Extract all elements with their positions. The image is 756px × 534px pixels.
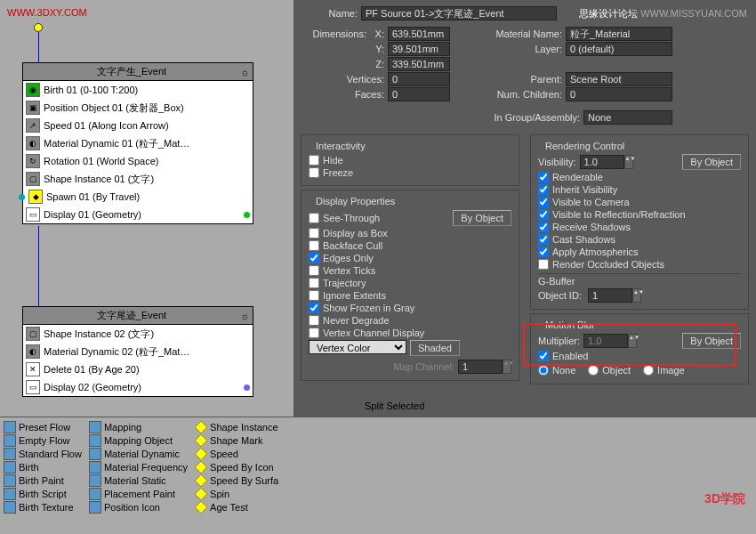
byobject-btn1[interactable]: By Object — [453, 210, 511, 226]
palette-item[interactable]: Material Dynamic — [89, 448, 188, 460]
speed-icon[interactable]: ↗ — [26, 118, 40, 133]
vtick-check[interactable] — [309, 265, 319, 276]
freeze-check[interactable] — [309, 167, 319, 178]
palette-item[interactable]: Position Icon — [89, 501, 188, 514]
display-icon[interactable]: ▭ — [26, 207, 40, 222]
palette-item[interactable]: Age Test — [195, 501, 278, 514]
palette-item[interactable]: Standard Flow — [4, 448, 82, 460]
name-field[interactable] — [361, 6, 557, 20]
dim-y[interactable] — [388, 42, 450, 56]
highlight-box — [523, 323, 736, 366]
palette-item[interactable]: Shape Instance — [195, 421, 278, 433]
layer[interactable] — [566, 42, 672, 56]
dim-z[interactable] — [388, 57, 450, 71]
display-properties-group: Display Properties See-ThroughBy Object … — [301, 190, 519, 381]
palette-item[interactable]: Mapping Object — [89, 434, 188, 447]
lamp-icon: ☼ — [240, 311, 249, 321]
faces[interactable] — [388, 87, 450, 101]
palette-item[interactable]: Empty Flow — [4, 434, 82, 447]
palette-item[interactable]: Shape Mark — [195, 434, 278, 447]
display-icon[interactable]: ▭ — [26, 380, 40, 394]
vis-camera-check[interactable] — [538, 197, 549, 207]
recv-shadow-check[interactable] — [538, 222, 549, 232]
mb-object[interactable] — [588, 365, 599, 376]
ignore-ext-check[interactable] — [309, 290, 319, 301]
palette-item[interactable]: Placement Paint — [89, 488, 188, 500]
birth-icon[interactable]: ◉ — [26, 83, 40, 97]
event-node-1[interactable]: 文字产生_Event☼ ◉Birth 01 (0-100 T:200) ▣Pos… — [22, 62, 253, 224]
node2-title[interactable]: 文字尾迹_Event☼ — [23, 307, 253, 325]
lamp-icon: ☼ — [240, 67, 249, 77]
objectid[interactable] — [588, 288, 632, 303]
hide-check[interactable] — [309, 155, 319, 166]
backface-check[interactable] — [309, 240, 319, 251]
showfrozen-check[interactable] — [309, 303, 319, 313]
parent[interactable] — [566, 72, 672, 86]
cast-shadow-check[interactable] — [538, 234, 549, 245]
palette-item[interactable]: Material Static — [89, 474, 188, 487]
palette-item[interactable]: Speed — [195, 448, 278, 460]
material-name[interactable] — [566, 27, 672, 41]
occluded-check[interactable] — [538, 259, 549, 270]
edges-check[interactable] — [309, 253, 319, 263]
rotation-icon[interactable]: ↻ — [26, 154, 40, 168]
trajectory-check[interactable] — [309, 278, 319, 288]
palette-item[interactable]: Birth Texture — [4, 501, 82, 514]
palette-item[interactable]: Birth Paint — [4, 474, 82, 487]
vis-refl-check[interactable] — [538, 209, 549, 220]
rendering-control-group: Rendering Control Visibility:▲▼By Object… — [530, 134, 749, 310]
split-selected-label: Split Selected — [365, 400, 424, 411]
palette-item[interactable]: Birth Script — [4, 488, 82, 500]
palette-item[interactable]: Preset Flow — [4, 421, 82, 433]
node1-title[interactable]: 文字产生_Event☼ — [23, 63, 253, 81]
palette-item[interactable]: Birth — [4, 461, 82, 473]
watermark-academy: 3D学院 — [704, 491, 745, 507]
group[interactable] — [583, 110, 672, 125]
operators-palette[interactable]: Preset FlowEmpty FlowStandard FlowBirthB… — [0, 417, 756, 534]
delete-icon[interactable]: ✕ — [26, 362, 40, 376]
neverdegrade-check[interactable] — [309, 315, 319, 326]
mb-none[interactable] — [538, 365, 549, 376]
material-icon[interactable]: ◐ — [26, 344, 40, 359]
watermark-url: WWW.3DXY.COM — [7, 7, 87, 18]
shape-icon[interactable]: ▢ — [26, 327, 40, 341]
material-icon[interactable]: ◐ — [26, 136, 40, 150]
num-children[interactable] — [566, 87, 672, 101]
vcd-check[interactable] — [309, 328, 319, 338]
inherit-vis-check[interactable] — [538, 184, 549, 195]
palette-item[interactable]: Speed By Surfa — [195, 474, 278, 487]
renderable-check[interactable] — [538, 172, 549, 182]
watermark-forum: 思缘设计论坛 WWW.MISSYUAN.COM — [579, 7, 747, 20]
visibility[interactable] — [580, 155, 624, 169]
shape-icon[interactable]: ▢ — [26, 172, 40, 186]
vertices[interactable] — [388, 72, 450, 86]
palette-item[interactable]: Mapping — [89, 421, 188, 433]
mapchannel[interactable] — [458, 360, 503, 374]
displaybox-check[interactable] — [309, 228, 319, 239]
spawn-icon[interactable]: ◆ — [28, 190, 43, 204]
event-node-2[interactable]: 文字尾迹_Event☼ ▢Shape Instance 02 (文字) ◐Mat… — [22, 306, 253, 397]
vertexcolor-select[interactable]: Vertex Color — [309, 340, 406, 354]
particle-view-canvas[interactable]: 文字产生_Event☼ ◉Birth 01 (0-100 T:200) ▣Pos… — [0, 0, 294, 414]
shaded-btn[interactable]: Shaded — [410, 340, 460, 356]
palette-item[interactable]: Spin — [195, 488, 278, 500]
atmos-check[interactable] — [538, 247, 549, 257]
position-icon[interactable]: ▣ — [26, 101, 40, 115]
dim-x[interactable] — [388, 27, 450, 41]
seethrough-check[interactable] — [309, 213, 319, 223]
node-connector[interactable] — [34, 23, 43, 32]
palette-item[interactable]: Speed By Icon — [195, 461, 278, 473]
palette-item[interactable]: Material Frequency — [89, 461, 188, 473]
byobject-btn2[interactable]: By Object — [682, 154, 741, 170]
interactivity-group: Interactivity Hide Freeze — [301, 134, 519, 186]
spinner-icon[interactable]: ▲▼ — [503, 360, 511, 374]
mb-image[interactable] — [643, 365, 654, 376]
